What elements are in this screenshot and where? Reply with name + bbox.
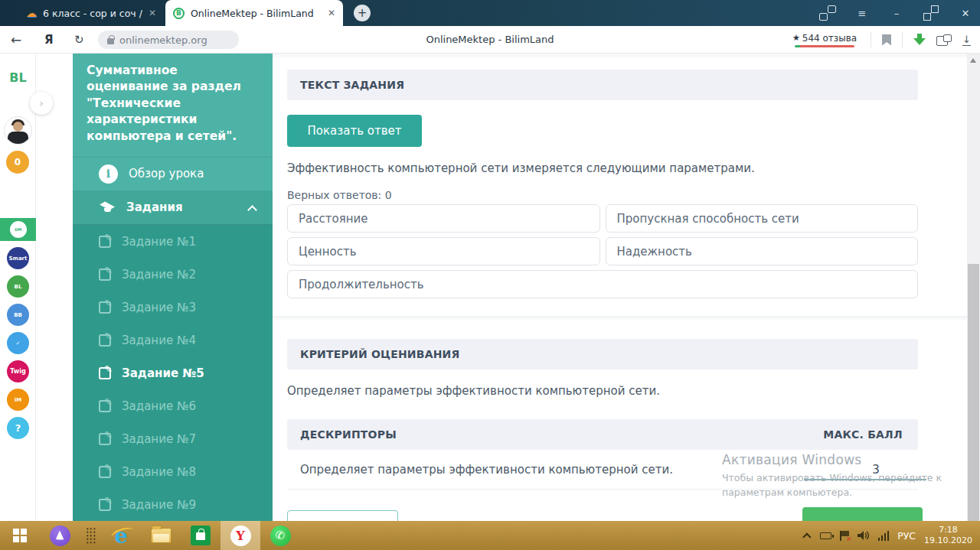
browser-tab-inactive[interactable]: ☁ 6 класс - сор и соч / Облако ✕ xyxy=(18,0,164,26)
edit-icon xyxy=(99,466,111,478)
lesson-title: Суммативное оценивание за раздел "Технич… xyxy=(73,54,273,157)
time-text: 7:18 xyxy=(939,525,958,535)
store-icon xyxy=(191,526,211,545)
descriptor-row: Определяет параметры эффективности компь… xyxy=(287,457,918,490)
browser-menu-icon[interactable]: ≡ xyxy=(855,8,869,19)
rail-apps: OM Smart BL BB ✓ Twig iM ? xyxy=(0,218,36,445)
lesson-sidebar: Суммативное оценивание за раздел "Технич… xyxy=(73,54,273,521)
next-task-button[interactable] xyxy=(802,507,923,521)
sidebar-item-task-9[interactable]: Задание №9 xyxy=(73,488,273,521)
language-indicator[interactable]: РУС xyxy=(897,530,916,542)
tab-close-icon[interactable]: ✕ xyxy=(328,8,335,18)
alice-assistant-button[interactable] xyxy=(40,521,80,550)
close-button[interactable]: ✕ xyxy=(959,8,972,19)
windows-logo-icon xyxy=(13,529,27,542)
main-panel: ТЕКСТ ЗАДАНИЯ Показать ответ Эффективнос… xyxy=(273,54,967,521)
answer-option[interactable]: Продолжительность xyxy=(287,270,918,298)
sidebar-item-task-1[interactable]: Задание №1 xyxy=(73,225,273,258)
internet-explorer-button[interactable]: e xyxy=(101,521,141,550)
file-explorer-button[interactable] xyxy=(141,521,181,550)
app-imektep[interactable]: iM xyxy=(7,389,29,411)
sidebar-item-task-3[interactable]: Задание №3 xyxy=(73,291,273,324)
clock[interactable]: 7:18 19.10.2020 xyxy=(924,525,972,546)
tray-expand-icon[interactable] xyxy=(802,532,811,541)
answer-option[interactable]: Пропускная способность сети xyxy=(606,204,919,233)
edit-icon xyxy=(99,400,111,412)
page-scrollbar[interactable] xyxy=(967,54,980,521)
lock-icon xyxy=(107,38,114,44)
site-reviews[interactable]: ★ 544 отзыва xyxy=(792,33,860,47)
volume-icon[interactable] xyxy=(858,530,870,541)
browser-tab-active[interactable]: B OnlineMektep - BilimLand ✕ xyxy=(165,0,343,26)
battery-icon[interactable] xyxy=(820,532,831,539)
minimize-button[interactable]: – xyxy=(890,8,903,19)
answer-option[interactable]: Надежность xyxy=(606,237,919,265)
collapse-rail-button[interactable]: › xyxy=(30,92,53,115)
extension-icon[interactable] xyxy=(936,34,952,45)
show-answer-button[interactable]: Показать ответ xyxy=(287,115,422,147)
toolbar-right: ★ 544 отзыва ↓ xyxy=(792,26,971,54)
divider xyxy=(902,32,903,47)
app-bilimbook[interactable]: BB xyxy=(7,304,29,326)
tab-close-icon[interactable]: ✕ xyxy=(149,8,156,18)
app-itest[interactable]: ✓ xyxy=(7,332,29,354)
screen: ☁ 6 класс - сор и соч / Облако ✕ B Onlin… xyxy=(0,0,980,550)
network-signal-icon[interactable] xyxy=(878,531,890,541)
address-bar[interactable]: onlinemektep.org xyxy=(98,31,239,49)
sidebar-item-task-2[interactable]: Задание №2 xyxy=(73,258,273,291)
scrollbar-thumb[interactable] xyxy=(968,264,979,521)
bookmark-icon[interactable] xyxy=(882,34,891,46)
sidebar-tasks-header[interactable]: Задания xyxy=(73,190,273,225)
sidebar-item-task-6[interactable]: Задание №6 xyxy=(73,389,273,422)
yandex-logo-icon[interactable]: Я xyxy=(44,33,54,47)
edit-icon xyxy=(99,433,111,445)
criteria-section-title: КРИТЕРИЙ ОЦЕНИВАНИЯ xyxy=(300,348,460,360)
start-button[interactable] xyxy=(0,521,40,550)
microsoft-store-button[interactable] xyxy=(181,521,220,550)
max-score-header: МАКС. БАЛЛ xyxy=(821,428,905,441)
descriptor-score: 3 xyxy=(834,463,918,477)
descriptors-band: ДЕСКРИПТОРЫ МАКС. БАЛЛ xyxy=(287,419,918,450)
sidebar-item-task-5-active[interactable]: Задание №5 xyxy=(73,356,273,389)
windows-taskbar: e Y ✆ ✕ РУС 7:18 19 xyxy=(0,521,980,550)
task-section-band: ТЕКСТ ЗАДАНИЯ xyxy=(287,70,918,100)
whatsapp-icon: ✆ xyxy=(270,526,291,546)
scroll-up-arrow-icon[interactable] xyxy=(970,58,976,63)
yandex-browser-icon: Y xyxy=(230,526,251,546)
notification-badge[interactable]: 0 xyxy=(6,151,29,174)
answer-option[interactable]: Расстояние xyxy=(287,204,600,233)
people-button[interactable] xyxy=(80,521,101,550)
app-help[interactable]: ? xyxy=(7,417,29,439)
whatsapp-button[interactable]: ✆ xyxy=(260,521,300,550)
edit-icon xyxy=(99,301,111,314)
task-card: ТЕКСТ ЗАДАНИЯ Показать ответ Эффективнос… xyxy=(273,57,967,316)
sidebar-item-task-4[interactable]: Задание №4 xyxy=(73,324,273,356)
task-label: Задание №2 xyxy=(122,268,196,282)
app-smart-nation[interactable]: Smart xyxy=(7,247,29,269)
downloads-icon[interactable]: ↓ xyxy=(962,34,971,46)
back-button[interactable]: ← xyxy=(11,32,21,47)
yandex-browser-button[interactable]: Y xyxy=(220,521,260,550)
previous-task-button[interactable] xyxy=(287,510,398,521)
reload-button[interactable]: ↻ xyxy=(74,33,84,47)
app-onlinemektep[interactable]: OM xyxy=(0,218,36,241)
sidebar-item-overview[interactable]: i Обзор урока xyxy=(73,157,273,190)
descriptor-text: Определяет параметры эффективности компь… xyxy=(300,463,834,477)
bilimland-favicon-icon: B xyxy=(173,8,185,19)
sidebar-item-task-7[interactable]: Задание №7 xyxy=(73,422,273,455)
task-label: Задание №9 xyxy=(122,498,196,512)
task-section-title: ТЕКСТ ЗАДАНИЯ xyxy=(300,79,404,91)
edit-icon xyxy=(99,367,111,379)
edit-icon xyxy=(99,236,111,248)
user-avatar[interactable] xyxy=(4,116,32,145)
app-twig[interactable]: Twig xyxy=(7,360,29,382)
app-bilimland[interactable]: BL xyxy=(7,275,29,298)
action-center-flag-icon[interactable]: ✕ xyxy=(840,531,849,541)
answer-option[interactable]: Ценность xyxy=(287,237,600,265)
task-label: Задание №6 xyxy=(122,399,196,413)
sidebar-item-task-8[interactable]: Задание №8 xyxy=(73,455,273,488)
rail-gap: › xyxy=(36,54,73,521)
star-icon: ★ xyxy=(792,33,800,43)
new-tab-button[interactable]: + xyxy=(354,5,371,21)
yandex-disk-download-icon[interactable] xyxy=(913,34,926,46)
